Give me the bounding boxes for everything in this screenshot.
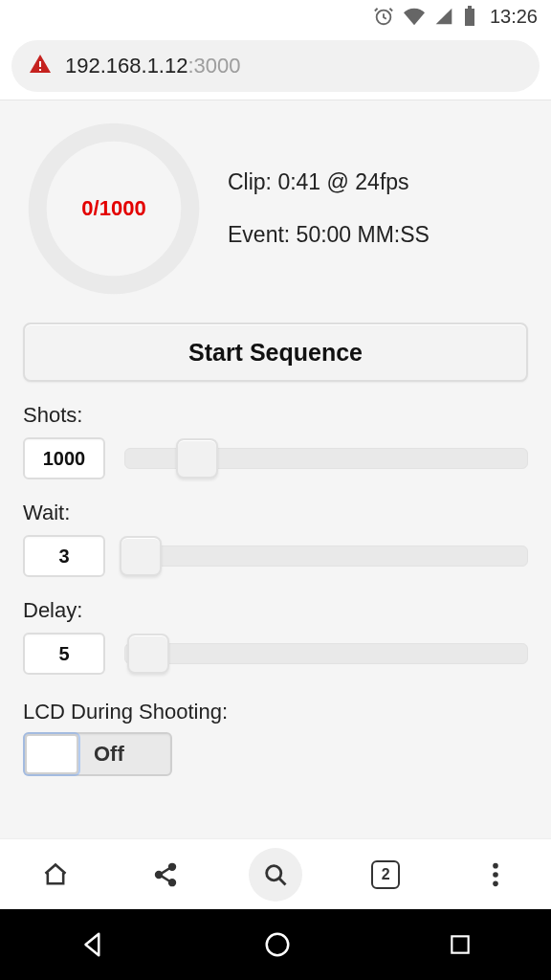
android-nav-bar xyxy=(0,909,551,980)
delay-slider-thumb[interactable] xyxy=(127,634,169,674)
browser-tabs-button[interactable]: 2 xyxy=(359,848,412,902)
clip-info: Clip: 0:41 @ 24fps xyxy=(228,169,528,195)
android-back-button[interactable] xyxy=(78,930,107,959)
alarm-icon xyxy=(373,6,394,27)
wifi-icon xyxy=(404,6,425,27)
battery-icon xyxy=(463,6,476,27)
lcd-toggle-knob[interactable] xyxy=(25,734,78,774)
svg-point-12 xyxy=(494,880,499,886)
svg-point-13 xyxy=(267,934,289,956)
browser-menu-button[interactable] xyxy=(469,848,522,902)
lcd-toggle[interactable]: Off xyxy=(23,732,172,776)
app-content: 0/1000 Clip: 0:41 @ 24fps Event: 50:00 M… xyxy=(0,100,551,853)
svg-point-11 xyxy=(494,872,499,878)
shots-value-box[interactable]: 1000 xyxy=(23,437,105,479)
browser-search-button[interactable] xyxy=(249,848,302,902)
url-text: 192.168.1.12:3000 xyxy=(65,54,241,78)
cell-signal-icon xyxy=(434,7,453,26)
svg-rect-14 xyxy=(452,936,469,952)
event-info: Event: 50:00 MM:SS xyxy=(228,222,528,248)
progress-ring: 0/1000 xyxy=(23,118,205,300)
lcd-label: LCD During Shooting: xyxy=(23,700,528,724)
insecure-warning-icon xyxy=(29,53,52,79)
delay-slider[interactable] xyxy=(124,640,528,667)
lcd-toggle-state: Off xyxy=(94,742,124,767)
android-recents-button[interactable] xyxy=(448,932,473,957)
browser-url-bar[interactable]: 192.168.1.12:3000 xyxy=(11,40,540,92)
wait-slider-thumb[interactable] xyxy=(120,536,162,576)
shots-slider[interactable] xyxy=(124,445,528,472)
svg-rect-4 xyxy=(39,69,41,71)
wait-slider[interactable] xyxy=(124,543,528,569)
browser-tab-count: 2 xyxy=(371,860,400,889)
shots-label: Shots: xyxy=(23,403,528,428)
android-home-button[interactable] xyxy=(263,930,292,959)
start-sequence-button[interactable]: Start Sequence xyxy=(23,323,528,382)
progress-counter: 0/1000 xyxy=(23,118,205,300)
wait-value-box[interactable]: 3 xyxy=(23,535,105,577)
browser-share-button[interactable] xyxy=(139,848,192,902)
browser-home-button[interactable] xyxy=(29,848,82,902)
wait-label: Wait: xyxy=(23,501,528,525)
browser-toolbar: 2 xyxy=(0,838,551,909)
svg-rect-3 xyxy=(39,61,41,67)
delay-label: Delay: xyxy=(23,598,528,623)
android-status-bar: 13:26 xyxy=(0,0,551,33)
svg-rect-1 xyxy=(465,9,474,26)
delay-value-box[interactable]: 5 xyxy=(23,633,105,675)
svg-point-9 xyxy=(267,865,281,880)
shots-slider-thumb[interactable] xyxy=(176,438,218,479)
browser-url-bar-container: 192.168.1.12:3000 xyxy=(0,33,551,100)
status-time: 13:26 xyxy=(490,6,538,28)
svg-rect-2 xyxy=(468,6,472,9)
svg-point-10 xyxy=(494,862,499,868)
